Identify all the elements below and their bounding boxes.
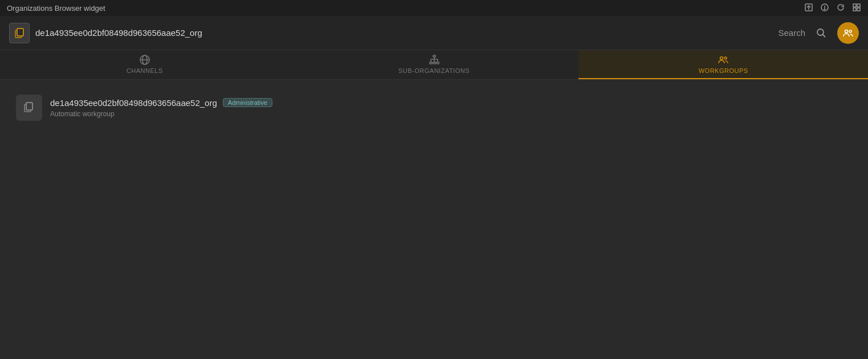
svg-rect-21 xyxy=(433,62,435,64)
header-bar: de1a4935ee0d2bf08498d963656aae52_org Sea… xyxy=(0,16,868,50)
svg-rect-31 xyxy=(26,103,32,110)
export-icon[interactable] xyxy=(804,3,813,14)
svg-point-29 xyxy=(724,57,727,59)
refresh-icon[interactable] xyxy=(836,3,845,14)
svg-rect-20 xyxy=(430,62,432,64)
svg-rect-7 xyxy=(853,8,856,11)
svg-point-14 xyxy=(845,30,848,32)
workgroups-active-button[interactable] xyxy=(837,22,859,44)
title-bar-controls xyxy=(804,3,861,14)
svg-rect-22 xyxy=(437,62,439,64)
svg-point-12 xyxy=(817,29,824,35)
svg-point-28 xyxy=(720,57,723,60)
svg-rect-8 xyxy=(857,8,860,11)
org-icon-box xyxy=(9,23,30,43)
workgroup-item[interactable]: de1a4935ee0d2bf08498d963656aae52_org Adm… xyxy=(9,89,859,127)
grid-icon[interactable] xyxy=(852,3,861,14)
tab-sub-organizations-label: SUB-ORGANIZATIONS xyxy=(398,67,470,74)
alert-icon[interactable] xyxy=(820,3,829,14)
tab-sub-organizations[interactable]: SUB-ORGANIZATIONS xyxy=(290,50,579,79)
tab-workgroups[interactable]: WORKGROUPS xyxy=(578,50,868,79)
tab-workgroups-label: WORKGROUPS xyxy=(699,67,748,74)
title-bar: Organizations Browser widget xyxy=(0,0,868,16)
header-right: Search xyxy=(778,22,859,44)
content-area: de1a4935ee0d2bf08498d963656aae52_org Adm… xyxy=(0,80,868,308)
search-button[interactable] xyxy=(812,24,830,42)
svg-rect-10 xyxy=(17,28,23,36)
svg-rect-19 xyxy=(433,55,435,57)
tabs-bar: CHANNELS SUB-ORGANIZATIONS WORKGROUPS xyxy=(0,50,868,80)
workgroup-item-name: de1a4935ee0d2bf08498d963656aae52_org xyxy=(50,98,217,108)
header-org-name: de1a4935ee0d2bf08498d963656aae52_org xyxy=(35,28,202,38)
workgroup-badge: Administrative xyxy=(223,98,272,107)
tab-channels[interactable]: CHANNELS xyxy=(0,50,290,79)
tab-channels-label: CHANNELS xyxy=(127,67,163,74)
workgroup-item-subtext: Automatic workgroup xyxy=(50,110,272,118)
svg-rect-6 xyxy=(857,4,860,7)
workgroup-item-info: de1a4935ee0d2bf08498d963656aae52_org Adm… xyxy=(50,98,272,118)
svg-rect-5 xyxy=(853,4,856,7)
svg-point-4 xyxy=(824,9,825,10)
workgroup-item-icon xyxy=(16,95,42,121)
search-label: Search xyxy=(778,28,805,38)
header-left: de1a4935ee0d2bf08498d963656aae52_org xyxy=(9,23,202,43)
svg-point-15 xyxy=(849,30,851,32)
workgroup-item-name-row: de1a4935ee0d2bf08498d963656aae52_org Adm… xyxy=(50,98,272,108)
svg-line-13 xyxy=(823,34,826,37)
window-title: Organizations Browser widget xyxy=(7,4,105,13)
